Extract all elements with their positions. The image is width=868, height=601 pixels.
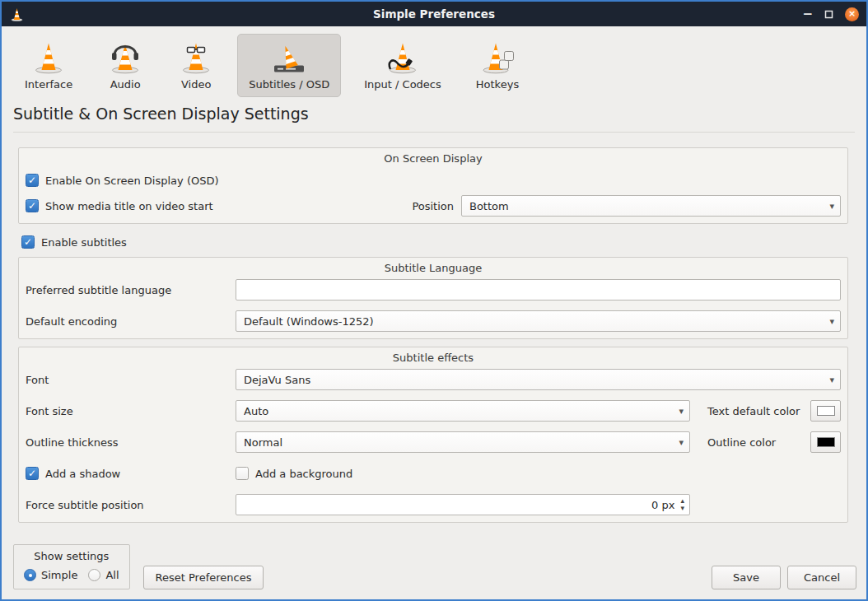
toolbar-item-label: Hotkeys — [476, 78, 519, 91]
font-size-select[interactable]: Auto ▾ — [236, 400, 690, 422]
chevron-down-icon: ▾ — [679, 437, 684, 448]
chevron-down-icon: ▾ — [829, 375, 834, 385]
add-background-checkbox[interactable]: Add a background — [236, 467, 352, 480]
input-codecs-icon — [385, 40, 421, 76]
page-head: Subtitle & On Screen Display Settings — [2, 100, 866, 133]
checkbox-icon — [21, 235, 35, 249]
combo-value: Normal — [244, 436, 674, 449]
language-group-title: Subtitle Language — [26, 262, 841, 274]
radio-label: All — [105, 569, 119, 581]
toolbar-item-interface[interactable]: Interface — [13, 34, 84, 97]
field-label: Font size — [26, 405, 236, 417]
close-icon[interactable]: × — [845, 7, 859, 21]
radio-label: Simple — [41, 569, 77, 581]
chevron-down-icon: ▾ — [679, 406, 684, 417]
reset-preferences-button[interactable]: Reset Preferences — [143, 566, 264, 589]
field-label: Force subtitle position — [26, 499, 236, 511]
combo-value: DejaVu Sans — [244, 374, 824, 386]
show-media-title-checkbox[interactable]: Show media title on video start — [26, 199, 213, 212]
page-title: Subtitle & On Screen Display Settings — [13, 105, 855, 123]
preferred-language-input[interactable] — [236, 279, 841, 300]
toolbar-item-input-codecs[interactable]: Input / Codecs — [352, 34, 453, 97]
osd-group-title: On Screen Display — [26, 152, 841, 165]
radio-icon — [24, 569, 36, 581]
show-settings-title: Show settings — [24, 550, 119, 562]
add-shadow-checkbox[interactable]: Add a shadow — [26, 467, 236, 480]
titlebar[interactable]: Simple Preferences − × — [2, 2, 866, 26]
checkbox-icon — [26, 199, 39, 212]
footer: Show settings Simple All Reset Preferenc… — [13, 523, 856, 599]
toolbar-item-hotkeys[interactable]: Hotkeys — [464, 34, 530, 97]
preferences-window: Simple Preferences − × Interface — [0, 0, 868, 601]
radio-icon — [88, 569, 100, 581]
radio-all[interactable]: All — [88, 569, 119, 581]
hotkeys-icon — [479, 40, 516, 76]
toolbar-item-label: Input / Codecs — [364, 78, 441, 91]
text-color-button[interactable] — [810, 400, 841, 422]
checkbox-icon — [26, 174, 39, 187]
enable-osd-checkbox[interactable]: Enable On Screen Display (OSD) — [26, 174, 219, 187]
subtitles-osd-icon — [271, 40, 307, 76]
video-icon — [178, 40, 214, 76]
osd-group: On Screen Display Enable On Screen Displ… — [18, 147, 848, 224]
checkbox-label: Add a shadow — [45, 468, 120, 480]
outline-thickness-select[interactable]: Normal ▾ — [236, 431, 690, 453]
category-toolbar: Interface Audio — [2, 26, 866, 100]
combo-value: Default (Windows-1252) — [244, 315, 824, 328]
spinbox-value: 0 px — [236, 499, 680, 511]
field-label: Preferred subtitle language — [26, 284, 236, 296]
show-settings-frame: Show settings Simple All — [13, 544, 130, 589]
checkbox-label: Enable On Screen Display (OSD) — [45, 175, 219, 187]
radio-simple[interactable]: Simple — [24, 569, 77, 581]
subtitle-effects-group: Subtitle effects Font DejaVu Sans ▾ Font… — [18, 347, 848, 523]
combo-value: Auto — [244, 405, 674, 417]
field-label: Position — [412, 200, 454, 212]
interface-icon — [30, 40, 67, 76]
effects-group-title: Subtitle effects — [26, 352, 841, 364]
toolbar-item-video[interactable]: Video — [166, 34, 226, 97]
checkbox-label: Show media title on video start — [45, 200, 213, 212]
checkbox-label: Enable subtitles — [41, 236, 127, 249]
vlc-cone-icon — [9, 7, 25, 22]
toolbar-item-subtitles-osd[interactable]: Subtitles / OSD — [237, 34, 341, 97]
window-title: Simple Preferences — [2, 7, 866, 21]
subtitle-language-group: Subtitle Language Preferred subtitle lan… — [18, 257, 848, 339]
restore-icon[interactable] — [824, 9, 834, 20]
cancel-button[interactable]: Cancel — [787, 566, 856, 589]
chevron-down-icon: ▾ — [829, 201, 834, 212]
color-swatch — [817, 406, 835, 416]
heading-divider — [13, 132, 855, 133]
color-swatch — [817, 437, 835, 447]
toolbar-item-label: Video — [181, 78, 211, 91]
position-select[interactable]: Bottom ▾ — [461, 195, 841, 217]
force-subtitle-position-spinbox[interactable]: 0 px ▴ ▾ — [236, 494, 690, 515]
chevron-down-icon: ▾ — [829, 316, 834, 327]
field-label: Font — [26, 374, 236, 386]
toolbar-item-audio[interactable]: Audio — [96, 34, 155, 97]
font-select[interactable]: DejaVu Sans ▾ — [236, 369, 841, 390]
audio-icon — [107, 40, 143, 76]
checkbox-icon — [236, 467, 249, 480]
minimize-icon[interactable]: − — [802, 8, 813, 21]
toolbar-item-label: Audio — [110, 78, 141, 91]
field-label: Text default color — [707, 405, 800, 417]
toolbar-item-label: Interface — [25, 78, 72, 91]
enable-subtitles-checkbox[interactable]: Enable subtitles — [21, 235, 866, 249]
outline-color-button[interactable] — [810, 431, 841, 453]
combo-value: Bottom — [469, 200, 824, 212]
field-label: Default encoding — [26, 315, 236, 328]
checkbox-icon — [26, 467, 39, 480]
default-encoding-select[interactable]: Default (Windows-1252) ▾ — [236, 310, 841, 332]
spin-down-icon[interactable]: ▾ — [680, 505, 684, 512]
toolbar-item-label: Subtitles / OSD — [249, 78, 329, 91]
field-label: Outline color — [707, 436, 776, 449]
save-button[interactable]: Save — [712, 566, 781, 589]
checkbox-label: Add a background — [255, 468, 352, 480]
field-label: Outline thickness — [26, 436, 236, 449]
